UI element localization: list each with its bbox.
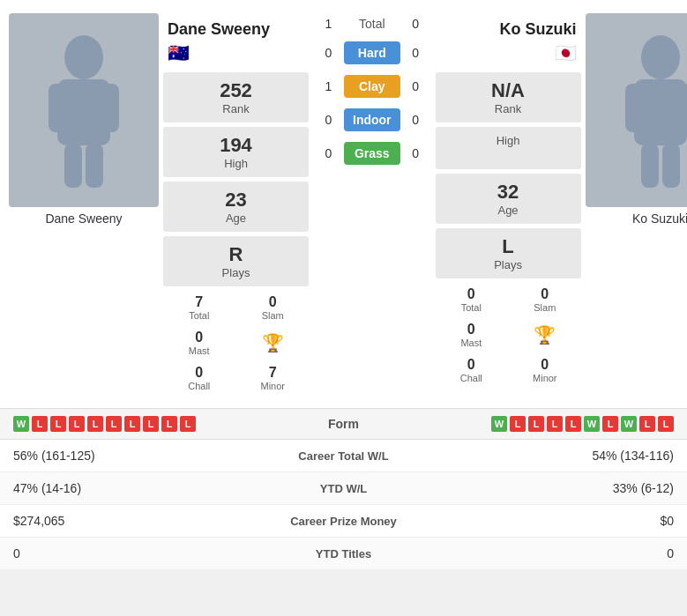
player1-flag-row: 🇦🇺 — [168, 42, 304, 63]
player2-name: Ko Suzuki — [440, 20, 577, 39]
player1-slam-lbl: Slam — [239, 310, 308, 321]
stat-center-label: YTD W/L — [256, 482, 432, 495]
form-badge: L — [639, 416, 655, 432]
form-badge: L — [32, 416, 48, 432]
form-badge: L — [602, 416, 618, 432]
form-badge: L — [69, 416, 85, 432]
player1-plays-label: Plays — [168, 266, 304, 279]
player2-name-below: Ko Suzuki — [632, 212, 687, 226]
player2-rank-value: N/A — [440, 79, 577, 102]
player2-silhouette — [616, 31, 687, 189]
stat-right-value: 33% (6-12) — [432, 481, 675, 495]
player2-total-lbl: Total — [437, 302, 506, 313]
form-label: Form — [291, 417, 397, 431]
stats-row: 47% (14-16)YTD W/L33% (6-12) — [0, 472, 687, 505]
player1-stats: Dane Sweeny 🇦🇺 252 Rank 194 High 23 Age … — [163, 13, 309, 395]
clay-row: 1 Clay 0 — [317, 71, 427, 101]
stat-center-label: YTD Titles — [256, 547, 432, 560]
middle-section: 1 Total 0 0 Hard 0 1 Clay 0 0 Indoor 0 0 — [313, 13, 431, 395]
player2-flag: 🇯🇵 — [555, 42, 577, 63]
form-badge: L — [143, 416, 159, 432]
p1-total-score: 1 — [317, 17, 340, 31]
p1-grass-score: 0 — [317, 146, 340, 160]
player1-chall-stat: 0 Chall — [163, 361, 235, 395]
indoor-badge: Indoor — [344, 108, 400, 131]
player1-grid-stats: 7 Total 0 Slam 0 Mast 🏆 0 Main — [163, 291, 309, 395]
player2-name-block: Ko Suzuki 🇯🇵 — [436, 13, 581, 68]
player2-photo-container: Ko Suzuki — [586, 13, 687, 395]
svg-rect-2 — [49, 84, 66, 132]
player1-silhouette — [40, 31, 128, 189]
form-badge: W — [584, 416, 600, 432]
player1-name-block: Dane Sweeny 🇦🇺 — [163, 13, 309, 68]
player2-flag-row: 🇯🇵 — [440, 42, 577, 63]
player2-mast-lbl: Mast — [437, 338, 506, 348]
player1-chall-lbl: Chall — [165, 381, 234, 391]
p2-hard-score: 0 — [405, 46, 427, 60]
player1-age-block: 23 Age — [163, 182, 309, 232]
player1-minor-lbl: Minor — [239, 381, 308, 391]
player1-plays-value: R — [168, 243, 304, 266]
stat-left-value: 56% (161-125) — [13, 449, 256, 463]
p2-indoor-score: 0 — [405, 113, 427, 127]
player2-total-val: 0 — [437, 286, 506, 302]
hard-row: 0 Hard 0 — [317, 38, 427, 68]
player2-chall-val: 0 — [437, 357, 506, 373]
p2-clay-score: 0 — [405, 79, 427, 93]
form-badge: L — [510, 416, 526, 432]
player2-minor-stat: 0 Minor — [509, 353, 581, 387]
stats-table: 56% (161-125)Career Total W/L54% (134-11… — [0, 440, 687, 570]
form-badge: L — [87, 416, 103, 432]
player2-slam-val: 0 — [511, 286, 579, 302]
player1-mast-stat: 0 Mast — [163, 326, 235, 360]
form-badge: L — [50, 416, 66, 432]
player2-chall-lbl: Chall — [437, 373, 506, 383]
player2-plays-value: L — [440, 235, 577, 258]
player1-slam-stat: 0 Slam — [237, 291, 310, 324]
stat-left-value: 47% (14-16) — [13, 481, 256, 495]
stat-right-value: 54% (134-116) — [432, 449, 675, 463]
player2-slam-lbl: Slam — [511, 302, 579, 313]
player2-mast-stat: 0 Mast — [436, 318, 508, 352]
stat-center-label: Career Prize Money — [256, 515, 432, 528]
form-badge: L — [124, 416, 140, 432]
player1-photo — [9, 13, 159, 207]
player2-grid-stats: 0 Total 0 Slam 0 Mast 🏆 0 Chall — [436, 283, 581, 387]
player1-rank-block: 252 Rank — [163, 72, 309, 122]
form-badge: W — [621, 416, 637, 432]
form-badge: L — [528, 416, 544, 432]
player2-minor-val: 0 — [511, 357, 579, 373]
player1-age-label: Age — [168, 212, 304, 225]
grass-row: 0 Grass 0 — [317, 138, 427, 168]
player2-plays-block: L Plays — [436, 228, 581, 278]
player2-age-value: 32 — [440, 181, 577, 204]
player2-form: WLLLLWLWLL — [401, 416, 675, 432]
main-container: Dane Sweeny Dane Sweeny 🇦🇺 252 Rank 194 … — [0, 0, 687, 570]
player1-trophy-icon: 🏆 — [262, 332, 284, 353]
player2-rank-label: Rank — [440, 102, 577, 115]
grass-badge: Grass — [344, 142, 400, 165]
p1-hard-score: 0 — [317, 46, 340, 60]
player1-mast-lbl: Mast — [165, 345, 234, 356]
p1-indoor-score: 0 — [317, 113, 340, 127]
form-badge: L — [161, 416, 177, 432]
player1-name: Dane Sweeny — [168, 20, 304, 39]
indoor-row: 0 Indoor 0 — [317, 105, 427, 135]
stat-left-value: 0 — [13, 546, 256, 560]
player2-plays-label: Plays — [440, 258, 577, 271]
player1-form: WLLLLLLLLL — [13, 416, 287, 432]
stat-left-value: $274,065 — [13, 514, 256, 528]
player2-rank-block: N/A Rank — [436, 72, 581, 122]
stats-row: $274,065Career Prize Money$0 — [0, 505, 687, 538]
player2-photo — [586, 13, 687, 207]
player2-trophy-cell: 🏆 — [509, 318, 581, 352]
p1-clay-score: 1 — [317, 79, 340, 93]
player1-minor-val: 7 — [239, 365, 308, 381]
player1-rank-label: Rank — [168, 102, 304, 115]
player2-trophy-icon: 🏆 — [534, 324, 556, 345]
player2-slam-stat: 0 Slam — [509, 283, 581, 316]
player1-mast-val: 0 — [165, 330, 234, 345]
player2-stats: Ko Suzuki 🇯🇵 N/A Rank High 32 Age L Play… — [436, 13, 581, 395]
player1-high-value: 194 — [168, 134, 304, 157]
player2-chall-stat: 0 Chall — [436, 353, 508, 387]
